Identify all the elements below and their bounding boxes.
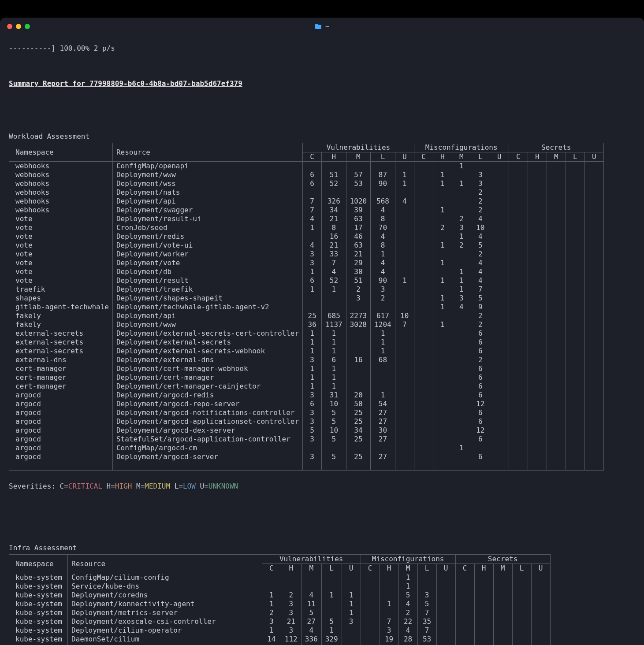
cell-sev: 1 (371, 250, 395, 259)
cell-sev (512, 635, 531, 644)
cell-sev (512, 582, 531, 591)
cell-sev (547, 320, 566, 329)
cell-sev (414, 188, 433, 197)
cell-sev (301, 582, 321, 591)
cell-sev (361, 600, 380, 608)
cell-sev: 6 (471, 417, 490, 426)
cell-resource: ConfigMap/cilium-config (68, 573, 262, 582)
cell-sev (490, 267, 509, 276)
cell-sev (303, 294, 322, 303)
cell-sev (584, 188, 603, 197)
cell-sev (321, 600, 342, 608)
cell-resource: Deployment/external-secrets-webhook (112, 347, 302, 356)
cell-sev (455, 591, 474, 600)
cell-sev: 1 (303, 382, 322, 391)
cell-namespace: traefik (9, 285, 113, 294)
cell-sev: 90 (371, 179, 395, 188)
table-row: fakelyDeployment/api256852273617102 (9, 311, 604, 320)
cell-sev (509, 303, 528, 311)
cell-sev (490, 320, 509, 329)
cell-resource: DaemonSet/cilium (68, 635, 262, 644)
cell-resource: Deployment/coredns (68, 591, 262, 600)
cell-sev: 21 (346, 250, 371, 259)
cell-sev (584, 294, 603, 303)
cell-sev: 2 (433, 223, 452, 232)
cell-sev: 7 (417, 626, 436, 635)
cell-sev: 3 (452, 223, 471, 232)
cell-sev (346, 162, 371, 171)
cell-sev (414, 311, 433, 320)
cell-sev: 2 (398, 608, 417, 617)
cell-sev (490, 241, 509, 250)
cell-namespace: vote (9, 232, 113, 241)
workload-heading: Workload Assessment (9, 132, 89, 141)
cell-sev (566, 188, 584, 197)
title-bar[interactable]: ~ (0, 18, 644, 35)
cell-sev: 5 (471, 241, 490, 250)
cell-resource: Deployment/traefik (112, 285, 302, 294)
cell-sev: 3 (471, 171, 490, 179)
cell-sev (547, 347, 566, 356)
cell-sev (490, 408, 509, 417)
cell-sev (512, 591, 531, 600)
cell-sev (509, 179, 528, 188)
table-row: argocdConfigMap/argocd-cm1 (9, 444, 604, 452)
table-row: webhooksConfigMap/openapi1 (9, 162, 604, 171)
cell-sev (547, 408, 566, 417)
table-row: voteDeployment/worker3332112 (9, 250, 604, 259)
cell-sev (346, 338, 371, 347)
table-row: cert-managerDeployment/cert-manager-webh… (9, 364, 604, 373)
cell-sev: 1 (322, 364, 346, 373)
cell-sev (509, 444, 528, 452)
cell-sev (380, 582, 398, 591)
cell-sev: 8 (322, 223, 346, 232)
cell-resource: Deployment/shapes-shapeit (112, 294, 302, 303)
cell-resource: Deployment/worker (112, 250, 302, 259)
cell-sev (490, 162, 509, 171)
table-row: voteDeployment/redis1646414 (9, 232, 604, 241)
cell-sev (342, 626, 361, 635)
cell-sev (471, 444, 490, 452)
cell-resource: StatefulSet/argocd-application-controlle… (112, 435, 302, 444)
col-sev-u: U (395, 152, 414, 162)
terminal-content[interactable]: ----------] 100.00% 2 p/s Summary Report… (0, 35, 644, 645)
cell-sev: 4 (303, 215, 322, 223)
cell-resource: Deployment/vote-ui (112, 241, 302, 250)
cell-sev: 1 (433, 179, 452, 188)
cell-sev (528, 276, 547, 285)
cell-sev: 1 (452, 179, 471, 188)
table-row: voteDeployment/db1430414 (9, 267, 604, 276)
cell-sev: 4 (322, 267, 346, 276)
cell-sev (528, 364, 547, 373)
cell-sev: 3 (281, 608, 301, 617)
cell-sev (433, 329, 452, 338)
cell-sev: 25 (303, 311, 322, 320)
cell-sev: 19 (380, 635, 398, 644)
cell-resource: CronJob/seed (112, 223, 302, 232)
cell-sev (490, 400, 509, 408)
cell-sev (490, 444, 509, 452)
table-row: traefikDeployment/traefik112317 (9, 285, 604, 294)
cell-sev (566, 215, 584, 223)
cell-sev: 1 (452, 444, 471, 452)
table-row: kube-systemConfigMap/cilium-config1 (9, 573, 551, 582)
table-row: argocdDeployment/argocd-dex-server510343… (9, 426, 604, 435)
cell-resource: ConfigMap/openapi (112, 162, 302, 171)
cell-sev (474, 617, 493, 626)
cell-sev: 5 (322, 452, 346, 461)
cell-sev: 1 (342, 591, 361, 600)
col-sev-u: U (342, 564, 361, 573)
cell-sev: 6 (471, 347, 490, 356)
cell-sev (547, 364, 566, 373)
cell-sev (566, 311, 584, 320)
cell-sev: 6 (303, 400, 322, 408)
cell-sev: 7 (471, 285, 490, 294)
cell-sev: 27 (371, 452, 395, 461)
cell-sev (528, 444, 547, 452)
cell-sev (547, 171, 566, 179)
cell-sev (490, 364, 509, 373)
table-row: voteDeployment/vote3729414 (9, 259, 604, 267)
cell-sev (528, 426, 547, 435)
cell-sev (547, 250, 566, 259)
cell-sev (566, 259, 584, 267)
